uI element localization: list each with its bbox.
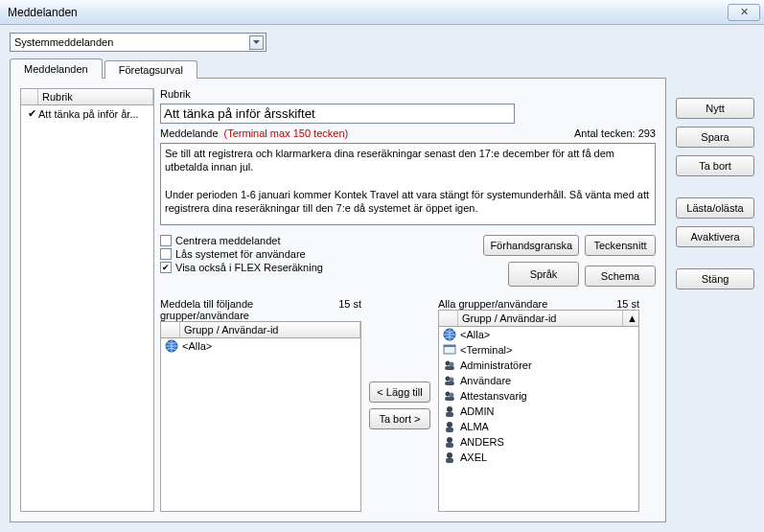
terminal-hint: (Terminal max 150 tecken) xyxy=(224,127,349,139)
rubrik-column-header[interactable]: Rubrik xyxy=(38,89,153,104)
tab-meddelanden[interactable]: Meddelanden xyxy=(10,58,103,79)
user-icon xyxy=(443,451,456,464)
titlebar: Meddelanden ✕ xyxy=(0,0,764,25)
lasta-olasta-button[interactable]: Lästa/olästa xyxy=(676,197,754,219)
list-item[interactable]: <Alla> xyxy=(439,327,638,342)
list-item-label: ALMA xyxy=(460,421,489,432)
svg-rect-4 xyxy=(444,345,455,347)
all-groups-count: 15 st xyxy=(616,298,639,310)
tab-foretagsurval[interactable]: Företagsurval xyxy=(104,60,197,79)
user-icon xyxy=(443,435,456,449)
nytt-button[interactable]: Nytt xyxy=(676,98,754,119)
chevron-down-icon xyxy=(249,35,264,50)
svg-point-9 xyxy=(450,378,454,382)
schema-button[interactable]: Schema xyxy=(585,266,656,287)
list-item-label: <Alla> xyxy=(460,329,490,340)
group-column-header[interactable]: Grupp / Användar-id xyxy=(458,311,623,326)
message-list-body[interactable]: ✔ Att tänka på inför år... xyxy=(20,105,154,512)
checkbox-checked-icon: ✔ xyxy=(160,262,172,273)
message-list-row[interactable]: ✔ Att tänka på inför år... xyxy=(21,105,153,122)
centrera-label: Centrera meddelandet xyxy=(175,235,280,246)
svg-rect-10 xyxy=(445,382,454,385)
svg-point-18 xyxy=(447,437,452,443)
all-groups-title: Alla grupper/användare xyxy=(438,298,616,310)
char-count: Antal tecken: 293 xyxy=(574,127,656,139)
visa-flex-checkbox[interactable]: ✔ Visa också i FLEX Reseräkning xyxy=(160,262,323,273)
las-systemet-checkbox[interactable]: Lås systemet för användare xyxy=(160,248,323,260)
list-item[interactable]: Användare xyxy=(439,373,638,388)
svg-rect-13 xyxy=(445,397,454,401)
spara-button[interactable]: Spara xyxy=(676,127,754,148)
list-item-label: ANDERS xyxy=(460,436,504,448)
lagg-till-button[interactable]: < Lägg till xyxy=(369,382,430,403)
checkbox-icon xyxy=(160,235,172,246)
list-item-label: <Terminal> xyxy=(460,344,512,356)
svg-point-16 xyxy=(447,422,452,428)
selected-groups-body[interactable]: <Alla> xyxy=(160,338,361,512)
selected-groups-list: Meddela till följande grupper/användare … xyxy=(160,298,361,512)
meddelande-textarea[interactable]: Se till att registrera och klarmarkera d… xyxy=(160,143,656,225)
rubrik-input[interactable] xyxy=(160,104,515,124)
svg-point-14 xyxy=(447,406,452,412)
check-column-header[interactable] xyxy=(21,89,38,104)
list-item[interactable]: <Terminal> xyxy=(439,342,638,358)
svg-marker-0 xyxy=(253,40,260,44)
list-item[interactable]: ANDERS xyxy=(439,434,638,450)
list-item[interactable]: ALMA xyxy=(439,419,638,434)
scroll-column-header: ▲ xyxy=(623,311,638,326)
list-item-label: ADMIN xyxy=(460,405,494,417)
category-dropdown[interactable]: Systemmeddelanden xyxy=(10,33,266,52)
svg-rect-17 xyxy=(446,428,453,432)
stang-button[interactable]: Stäng xyxy=(676,268,754,289)
teckensnitt-button[interactable]: Teckensnitt xyxy=(585,235,656,256)
icon-column-header[interactable] xyxy=(161,322,180,337)
checkbox-icon xyxy=(160,248,172,260)
window-title: Meddelanden xyxy=(8,6,728,19)
meddelande-label: Meddelande xyxy=(160,127,219,139)
list-item[interactable]: Attestansvarig xyxy=(439,388,638,404)
message-list-item-text: Att tänka på inför år... xyxy=(38,108,139,120)
sprak-button[interactable]: Språk xyxy=(508,262,579,287)
list-item-label: AXEL xyxy=(460,451,487,463)
check-icon: ✔ xyxy=(25,107,38,120)
message-list: Rubrik ✔ Att tänka på inför år... xyxy=(20,88,154,512)
group-icon xyxy=(443,359,456,372)
all-groups-list: Alla grupper/användare 15 st Grupp / Anv… xyxy=(438,298,639,512)
selected-groups-title: Meddela till följande grupper/användare xyxy=(160,298,338,321)
list-item-label: Administratörer xyxy=(460,359,532,371)
avaktivera-button[interactable]: Avaktivera xyxy=(676,226,754,247)
las-label: Lås systemet för användare xyxy=(175,248,306,260)
tab-strip: Meddelanden Företagsurval xyxy=(10,58,666,79)
svg-rect-7 xyxy=(445,366,454,370)
rubrik-label: Rubrik xyxy=(160,88,656,100)
svg-point-12 xyxy=(450,393,454,398)
tab-panel: Rubrik ✔ Att tänka på inför år... Rubrik… xyxy=(10,78,666,522)
group-column-header[interactable]: Grupp / Användar-id xyxy=(180,322,360,337)
list-item[interactable]: Administratörer xyxy=(439,358,638,373)
list-item[interactable]: <Alla> xyxy=(161,338,360,354)
list-item[interactable]: ADMIN xyxy=(439,404,638,419)
ta-bort-transfer-button[interactable]: Ta bort > xyxy=(369,408,430,429)
all-groups-body[interactable]: <Alla><Terminal>AdministratörerAnvändare… xyxy=(438,327,639,512)
globe-icon xyxy=(165,339,178,353)
ta-bort-button[interactable]: Ta bort xyxy=(676,155,754,176)
group-icon xyxy=(443,389,456,403)
svg-rect-21 xyxy=(446,458,453,463)
svg-point-6 xyxy=(450,362,454,367)
svg-point-20 xyxy=(447,452,452,458)
icon-column-header[interactable] xyxy=(439,311,458,326)
selected-groups-count: 15 st xyxy=(338,298,361,321)
centrera-checkbox[interactable]: Centrera meddelandet xyxy=(160,235,323,246)
list-item-label: <Alla> xyxy=(182,340,212,352)
message-list-header: Rubrik xyxy=(20,88,154,105)
close-button[interactable]: ✕ xyxy=(728,4,760,21)
list-item-label: Attestansvarig xyxy=(460,390,527,402)
globe-icon xyxy=(443,328,456,341)
user-icon xyxy=(443,420,456,433)
group-icon xyxy=(443,374,456,387)
list-item[interactable]: AXEL xyxy=(439,450,638,465)
svg-rect-15 xyxy=(446,412,453,417)
dropdown-selected: Systemmeddelanden xyxy=(14,36,249,48)
terminal-icon xyxy=(443,343,456,357)
forhandsgranska-button[interactable]: Förhandsgranska xyxy=(483,235,579,256)
